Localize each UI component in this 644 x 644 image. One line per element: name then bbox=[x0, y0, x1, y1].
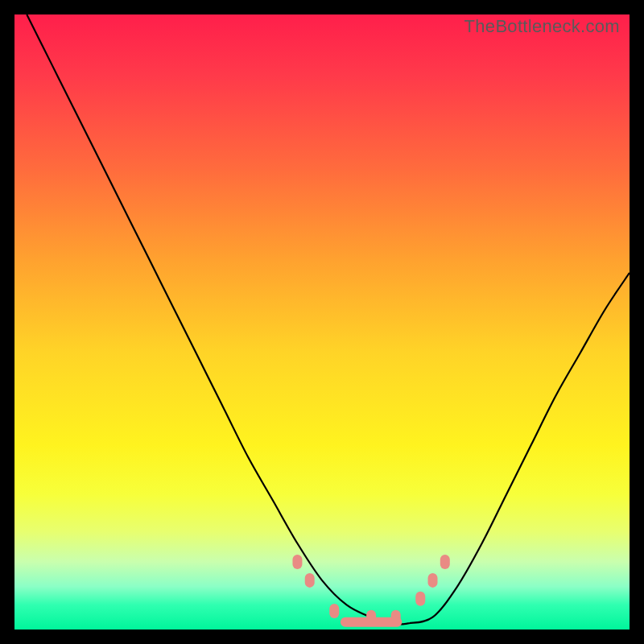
curve-marker-flat bbox=[341, 617, 402, 627]
curve-marker bbox=[415, 592, 425, 606]
curve-marker bbox=[329, 604, 339, 618]
watermark-text: TheBottleneck.com bbox=[464, 16, 620, 37]
curve-marker bbox=[305, 573, 315, 588]
plot-area: TheBottleneck.com bbox=[14, 14, 630, 630]
curve-marker bbox=[428, 573, 438, 588]
curve-marker bbox=[440, 555, 450, 569]
bottleneck-curve bbox=[27, 14, 630, 624]
curve-marker bbox=[292, 555, 302, 569]
bottleneck-curve-svg bbox=[14, 14, 630, 630]
curve-markers bbox=[292, 555, 449, 627]
chart-frame: TheBottleneck.com bbox=[0, 0, 644, 644]
